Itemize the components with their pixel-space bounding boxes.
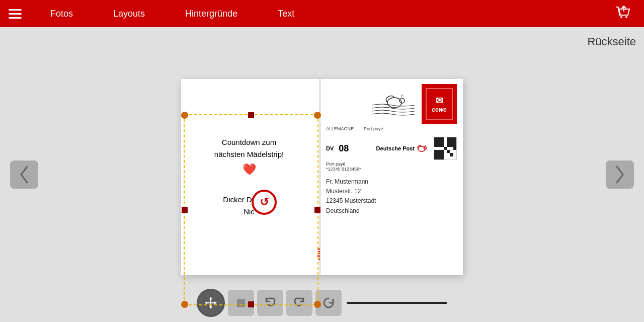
previous-button[interactable] <box>10 160 38 189</box>
deutsche-post-brand: Deutsche Post <box>376 145 415 151</box>
nav-item-hintergruende[interactable]: Hintergründe <box>165 0 258 27</box>
bottom-toolbar <box>197 289 447 317</box>
postcard-message-area[interactable]: Countdown zum nächsten Mädelstrip! ❤️ Di… <box>181 79 317 275</box>
message-heart: ❤️ <box>243 160 256 178</box>
postcard: Countdown zum nächsten Mädelstrip! ❤️ Di… <box>181 79 463 275</box>
message-line1: Countdown zum <box>222 136 276 148</box>
nav-item-text[interactable]: Text <box>258 0 314 27</box>
port-paye-text: Port payé <box>326 162 457 167</box>
deutsche-post-logo: Deutsche Post <box>376 137 457 160</box>
postcard-divider <box>319 79 320 275</box>
address-line2: Musterstr. 12 <box>326 187 376 196</box>
cewe-vertical-label: cewe <box>316 247 321 260</box>
hamburger-line-1 <box>9 9 22 11</box>
svg-line-4 <box>401 95 403 97</box>
dv-row: DV 08 Deutsche Post <box>326 137 457 160</box>
cart-button[interactable] <box>609 0 639 27</box>
svg-rect-8 <box>237 299 245 307</box>
hamburger-button[interactable] <box>0 0 30 27</box>
rueckseite-label: Rückseite <box>587 35 636 48</box>
message-line2: nächsten Mädelstrip! <box>214 148 284 160</box>
dv-number: 08 <box>339 143 349 154</box>
redo-button[interactable] <box>286 290 312 316</box>
address-line3: 12345 Musterstadt <box>326 196 376 206</box>
zoom-slider[interactable] <box>347 302 447 304</box>
next-button[interactable] <box>606 160 634 189</box>
crop-button[interactable] <box>228 290 254 316</box>
allemagne-row: ALLEMAGNE Port payé <box>326 126 383 131</box>
stamp: ✉ cewe <box>422 84 457 124</box>
svg-point-1 <box>625 16 627 18</box>
stamp-brand: cewe <box>432 106 446 113</box>
undo-button[interactable] <box>257 290 283 316</box>
rotate-control[interactable] <box>252 190 277 215</box>
address-line4: Deutschland <box>326 206 376 216</box>
top-navigation: Fotos Layouts Hintergründe Text <box>0 0 644 27</box>
qr-code <box>434 137 457 160</box>
postcard-address-area: ✉ cewe ALLEMAGNE Port payé DV 08 Deutsch… <box>321 79 462 275</box>
port-paye-postmark: Port payé <box>364 126 383 131</box>
main-canvas-area: Rückseite Countdown zum nächsten Mädelst… <box>0 27 644 322</box>
svg-point-3 <box>399 98 405 103</box>
postmark <box>369 84 420 124</box>
svg-point-0 <box>620 16 622 18</box>
reset-button[interactable] <box>315 290 342 316</box>
address-line1: Fr. Mustermann <box>326 177 376 187</box>
deutsche-post-section: DV 08 Deutsche Post <box>326 137 457 172</box>
nav-item-layouts[interactable]: Layouts <box>93 0 165 27</box>
address-section[interactable]: Fr. Mustermann Musterstr. 12 12345 Muste… <box>326 177 376 216</box>
stamp-letter-icon: ✉ <box>436 95 443 106</box>
nav-item-fotos[interactable]: Fotos <box>30 0 93 27</box>
hamburger-line-3 <box>9 17 22 19</box>
dv-label: DV <box>326 145 334 151</box>
stamp-area: ✉ cewe <box>369 84 457 124</box>
barcode-number: *12345 6123456* <box>326 167 457 172</box>
hamburger-line-2 <box>9 13 22 15</box>
move-button[interactable] <box>197 289 225 317</box>
allemagne-label: ALLEMAGNE <box>326 126 354 131</box>
handle-bottom-left[interactable] <box>181 301 188 308</box>
